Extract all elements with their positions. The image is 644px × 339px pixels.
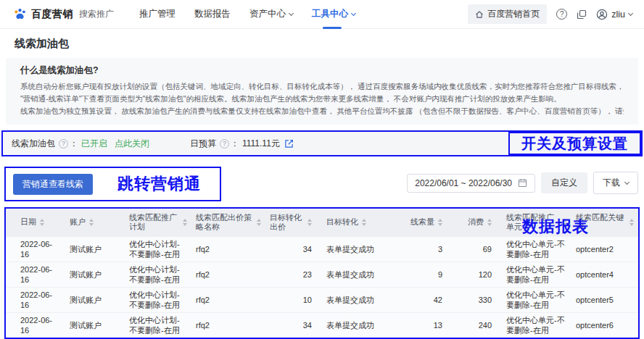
table-cell: 42	[402, 287, 453, 312]
column-header[interactable]: 日期	[6, 209, 65, 236]
table-cell: optcenter4	[571, 261, 638, 287]
table-cell: 优化中心单元-不要删除-在用	[502, 261, 571, 287]
table-cell: 优化中心计划-不要删除-在用	[125, 236, 191, 261]
table-cell: 2022-06-16	[6, 261, 65, 287]
table-cell: 2022-06-16	[6, 236, 65, 261]
intro-heading: 什么是线索加油包?	[20, 64, 624, 76]
intro-line: 线索加油包为独立预算设置， 故线索加油包产生的消费与线索量仅支持在线索加油包中查…	[20, 105, 624, 117]
table-cell: optcenter6	[571, 312, 638, 338]
table-cell: 优化中心单元-不要删除-在用	[502, 236, 571, 261]
budget-value: 1111.11元	[242, 138, 280, 150]
user-menu[interactable]: zliu	[596, 9, 632, 20]
table-cell: rfq2	[191, 287, 265, 312]
user-name: zliu	[611, 9, 625, 20]
chevron-down-icon	[624, 179, 629, 184]
table-cell: 表单提交成功	[322, 312, 402, 338]
chevron-down-icon	[628, 10, 633, 15]
page-title: 线索加油包	[15, 36, 629, 51]
sort-icon[interactable]	[307, 219, 312, 226]
toolbar-right: 2022/06/01 ~ 2022/06/30 自定义 下载	[407, 172, 638, 194]
nav-item-1[interactable]: 推广管理	[130, 0, 185, 29]
table-cell: rfq2	[191, 312, 265, 338]
home-button-label: 百度营销首页	[487, 8, 540, 20]
table-cell: 优化中心计划-不要删除-在用	[125, 312, 191, 338]
intro-box: 什么是线索加油包? 系统自动分析您账户现有投放计划的设置（包括关键词、地域定向、…	[6, 58, 638, 125]
edit-icon[interactable]	[284, 139, 294, 148]
help-icon[interactable]: ?	[556, 9, 567, 20]
column-header[interactable]: 线索匹配出价策略名称	[191, 209, 265, 236]
view-leads-button[interactable]: 营销通查看线索	[13, 174, 93, 195]
question-circle-icon[interactable]: ?	[59, 139, 68, 148]
column-header-label: 目标转化出价	[270, 213, 304, 232]
custom-range-button[interactable]: 自定义	[541, 172, 587, 193]
nav-item-label: 资产中心	[249, 8, 286, 20]
switch-label: 线索加油包	[12, 138, 55, 150]
table-row: 2022-06-16测试账户优化中心计划-不要删除-在用rfq210表单提交成功…	[6, 287, 638, 312]
sort-icon[interactable]	[183, 219, 187, 226]
nav-item-4[interactable]: 工具中心	[302, 0, 365, 29]
table-cell: 测试账户	[65, 287, 125, 312]
sort-icon[interactable]	[438, 219, 442, 226]
column-header-label: 线索匹配出价策略名称	[196, 213, 253, 232]
column-header[interactable]: 线索匹配推广计划	[125, 209, 191, 236]
toggle-off-link[interactable]: 点此关闭	[115, 138, 149, 150]
download-button[interactable]: 下载	[593, 172, 638, 194]
question-circle-icon[interactable]: ?	[220, 139, 229, 148]
column-header[interactable]: 目标转化出价	[265, 209, 322, 236]
date-range-picker[interactable]: 2022/06/01 ~ 2022/06/30	[407, 174, 535, 193]
copy-icon[interactable]	[577, 9, 587, 20]
intro-line: "营销通-线索详单"下查看页面类型为"线索加油包"的相应线索。线索加油包产生的线…	[20, 93, 624, 105]
sort-icon[interactable]	[487, 219, 492, 226]
table-cell: 优化中心计划-不要删除-在用	[125, 261, 191, 287]
download-button-label: 下载	[603, 177, 620, 189]
column-header[interactable]: 消费	[453, 209, 502, 236]
jump-annotation-box: 营销通查看线索 跳转营销通	[4, 167, 221, 201]
intro-line: 系统自动分析您账户现有投放计划的设置（包括关键词、地域定向、转化目标、目标转化成…	[20, 80, 624, 93]
nav-item-label: 推广管理	[139, 8, 176, 20]
table-cell: 34	[265, 312, 322, 338]
settings-annotation-label: 开关及预算设置	[508, 132, 641, 155]
column-header-label: 目标转化	[326, 217, 358, 227]
table-cell: 3	[402, 236, 453, 261]
topbar-right: 百度营销首页 ? zliu	[468, 4, 632, 24]
home-button[interactable]: 百度营销首页	[468, 4, 547, 24]
table-cell: 69	[453, 236, 502, 261]
toolbar: 营销通查看线索 跳转营销通 2022/06/01 ~ 2022/06/30 自定…	[4, 167, 638, 201]
table-cell: 优化中心单元-不要删除-在用	[502, 287, 571, 312]
main-nav: 推广管理数据报告资产中心工具中心	[130, 0, 365, 29]
nav-item-3[interactable]: 资产中心	[240, 0, 302, 29]
table-cell: 240	[453, 312, 502, 338]
home-icon	[475, 10, 484, 19]
nav-item-2[interactable]: 数据报告	[185, 0, 240, 29]
sort-icon[interactable]	[629, 219, 634, 226]
table-cell: 13	[402, 312, 453, 338]
sort-icon[interactable]	[362, 219, 366, 226]
sort-icon[interactable]	[40, 219, 44, 226]
table-cell: 表单提交成功	[322, 261, 402, 287]
table-cell: optcenter2	[571, 236, 638, 261]
column-header-label: 线索量	[410, 217, 434, 227]
brand[interactable]: 百度营销 搜索推广	[13, 7, 114, 21]
budget-label: 日预算	[190, 138, 216, 150]
chevron-down-icon	[351, 10, 356, 15]
column-header[interactable]: 线索量	[402, 209, 453, 236]
column-header[interactable]: 目标转化	[322, 209, 402, 236]
table-cell: rfq2	[191, 236, 265, 261]
table-cell: 表单提交成功	[322, 287, 402, 312]
table-cell: 表单提交成功	[322, 236, 402, 261]
baidu-logo-icon	[13, 7, 27, 21]
nav-item-label: 数据报告	[194, 8, 231, 20]
column-header[interactable]: 账户	[65, 209, 125, 236]
nav-item-label: 工具中心	[312, 8, 348, 20]
topbar: 百度营销 搜索推广 推广管理数据报告资产中心工具中心 百度营销首页 ? zl	[0, 0, 644, 29]
table-cell: 优化中心单元-不要删除-在用	[502, 312, 571, 338]
column-header-label: 日期	[20, 217, 36, 227]
intro-paragraphs: 系统自动分析您账户现有投放计划的设置（包括关键词、地域定向、转化目标、目标转化成…	[20, 80, 624, 117]
table-cell: 10	[265, 287, 322, 312]
table-cell: 120	[453, 261, 502, 287]
sort-icon[interactable]	[257, 219, 261, 226]
budget-label-colon: ：	[231, 138, 239, 150]
report-annotation-box: 数据报表 日期账户线索匹配推广计划线索匹配出价策略名称目标转化出价目标转化线索量…	[4, 207, 640, 339]
table-cell: 测试账户	[65, 312, 125, 338]
sort-icon[interactable]	[89, 219, 94, 226]
